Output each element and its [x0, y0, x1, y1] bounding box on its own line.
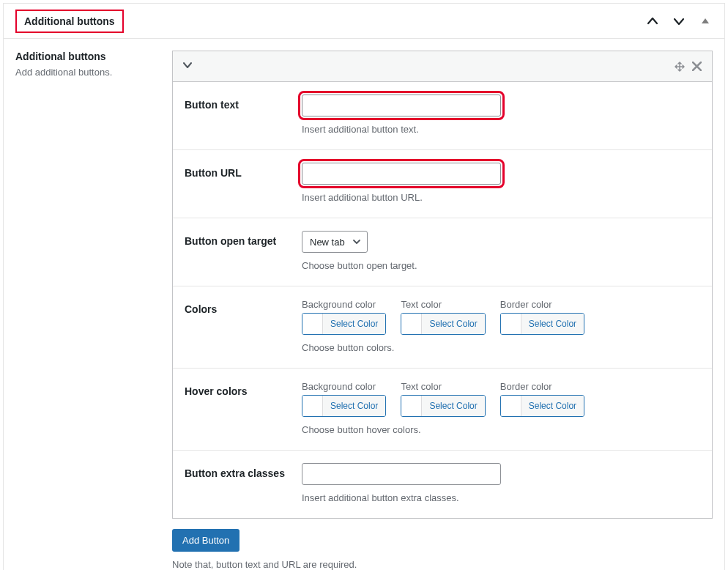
open-target-row: Button open target New tab Choose button… [173, 218, 712, 286]
button-repeater-item: Button text Insert additional button tex… [172, 51, 713, 519]
button-url-hint: Insert additional button URL. [302, 192, 700, 203]
hover-colors-row: Hover colors Background color Select Col… [173, 369, 712, 451]
hover-border-color-group: Border color Select Color [500, 381, 584, 417]
panel-content: Additional buttons Add additional button… [4, 39, 724, 570]
hover-colors-hint: Choose button hover colors. [302, 424, 700, 435]
additional-buttons-panel: Additional buttons Additional buttons Ad… [3, 3, 725, 570]
border-color-group: Border color Select Color [500, 299, 584, 335]
button-text-hint: Insert additional button text. [302, 124, 700, 135]
hover-bg-color-group: Background color Select Color [302, 381, 386, 417]
repeater-header [173, 51, 712, 82]
chevron-up-icon[interactable] [645, 14, 660, 29]
collapse-icon[interactable] [698, 14, 713, 29]
collapse-toggle-icon[interactable] [183, 61, 192, 72]
extra-classes-label: Button extra classes [185, 463, 302, 503]
text-color-label: Text color [401, 299, 485, 310]
bg-color-swatch [302, 314, 323, 334]
extra-classes-hint: Insert additional button extra classes. [302, 492, 700, 503]
add-button[interactable]: Add Button [172, 529, 239, 552]
text-color-picker[interactable]: Select Color [401, 313, 485, 335]
chevron-down-icon [352, 237, 361, 246]
text-color-swatch [401, 314, 422, 334]
colors-row: Colors Background color Select Color [173, 286, 712, 369]
panel-header-actions [645, 14, 713, 29]
hover-bg-color-label: Background color [302, 381, 386, 392]
hover-colors-label: Hover colors [185, 381, 302, 435]
open-target-label: Button open target [185, 231, 302, 271]
text-color-group: Text color Select Color [401, 299, 485, 335]
panel-title-highlight: Additional buttons [15, 10, 124, 33]
sidebar: Additional buttons Add additional button… [4, 51, 172, 570]
text-color-button: Select Color [422, 314, 484, 334]
extra-classes-row: Button extra classes Insert additional b… [173, 451, 712, 518]
panel-title: Additional buttons [24, 15, 115, 27]
border-color-swatch [501, 314, 521, 334]
move-icon[interactable] [675, 62, 685, 72]
main-area: Button text Insert additional button tex… [172, 51, 724, 570]
bg-color-group: Background color Select Color [302, 299, 386, 335]
hover-border-color-label: Border color [500, 381, 584, 392]
hover-bg-color-swatch [302, 396, 323, 416]
bg-color-button: Select Color [323, 314, 385, 334]
hover-text-color-group: Text color Select Color [401, 381, 485, 417]
hover-border-color-picker[interactable]: Select Color [500, 395, 584, 417]
colors-hint: Choose button colors. [302, 342, 700, 353]
close-icon[interactable] [692, 62, 702, 71]
button-text-row: Button text Insert additional button tex… [173, 82, 712, 150]
sidebar-description: Add additional buttons. [15, 67, 160, 78]
border-color-picker[interactable]: Select Color [500, 313, 584, 335]
hover-text-color-swatch [401, 396, 422, 416]
hover-text-color-label: Text color [401, 381, 485, 392]
hover-border-color-button: Select Color [521, 396, 584, 416]
bg-color-picker[interactable]: Select Color [302, 313, 386, 335]
button-text-input[interactable] [302, 95, 501, 116]
hover-text-color-button: Select Color [422, 396, 484, 416]
hover-bg-color-picker[interactable]: Select Color [302, 395, 386, 417]
border-color-label: Border color [500, 299, 584, 310]
open-target-hint: Choose button open target. [302, 260, 700, 271]
bg-color-label: Background color [302, 299, 386, 310]
open-target-selected: New tab [310, 237, 345, 248]
sidebar-title: Additional buttons [15, 51, 160, 62]
button-url-label: Button URL [185, 163, 302, 203]
button-text-label: Button text [185, 95, 302, 135]
open-target-select[interactable]: New tab [302, 231, 368, 253]
panel-header: Additional buttons [4, 4, 724, 39]
button-url-input[interactable] [302, 163, 501, 185]
hover-text-color-picker[interactable]: Select Color [401, 395, 485, 417]
extra-classes-input[interactable] [302, 463, 501, 485]
colors-label: Colors [185, 299, 302, 353]
button-url-row: Button URL Insert additional button URL. [173, 150, 712, 218]
footer-note: Note that, button text and URL are requi… [172, 559, 713, 570]
border-color-button: Select Color [521, 314, 584, 334]
hover-border-color-swatch [501, 396, 521, 416]
chevron-down-icon[interactable] [672, 14, 686, 29]
hover-bg-color-button: Select Color [323, 396, 385, 416]
